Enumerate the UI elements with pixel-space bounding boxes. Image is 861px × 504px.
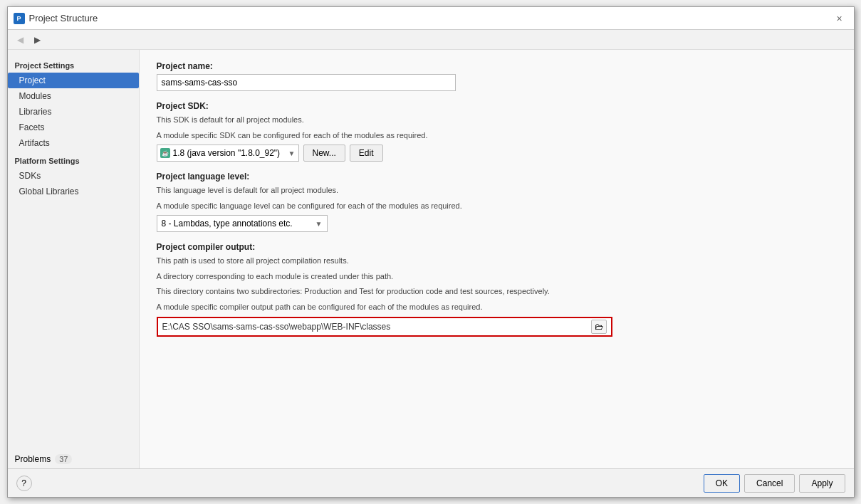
ok-button[interactable]: OK (704, 474, 740, 493)
sdk-new-button[interactable]: New... (303, 145, 345, 162)
sdk-desc-1: This SDK is default for all project modu… (157, 114, 837, 126)
compiler-desc-2: A directory corresponding to each module… (157, 271, 837, 283)
sidebar-item-libraries[interactable]: Libraries (8, 104, 139, 120)
help-button[interactable]: ? (16, 476, 32, 491)
main-content: Project name: Project SDK: This SDK is d… (140, 50, 854, 468)
compiler-output-box: E:\CAS SSO\sams-sams-cas-sso\webapp\WEB-… (157, 317, 612, 337)
project-name-label: Project name: (157, 61, 837, 71)
sidebar-item-global-libraries[interactable]: Global Libraries (8, 184, 139, 199)
lang-row: 8 - Lambdas, type annotations etc. ▼ (157, 215, 837, 232)
compiler-desc-3: This directory contains two subdirectori… (157, 285, 837, 298)
sdk-dropdown[interactable]: ☕ 1.8 (java version "1.8.0_92") ▼ (157, 145, 299, 162)
sidebar-item-artifacts[interactable]: Artifacts (8, 135, 139, 151)
sdk-chevron-icon: ▼ (288, 149, 296, 157)
lang-desc-1: This language level is default for all p… (157, 184, 837, 196)
project-name-input[interactable] (157, 74, 456, 91)
sdk-row: ☕ 1.8 (java version "1.8.0_92") ▼ New...… (157, 145, 837, 162)
compiler-desc-1: This path is used to store all project c… (157, 255, 837, 267)
app-icon: P (14, 13, 25, 24)
sidebar-item-project[interactable]: Project (8, 73, 139, 88)
compiler-output-row: Project compiler output: This path is us… (157, 242, 837, 337)
back-button[interactable]: ◀ (14, 33, 28, 47)
lang-chevron-icon: ▼ (315, 220, 323, 228)
footer: ? OK Cancel Apply (8, 468, 854, 497)
project-lang-row: Project language level: This language le… (157, 172, 837, 232)
problems-label: Problems (15, 454, 51, 464)
body: Project Settings Project Modules Librari… (8, 50, 854, 468)
apply-button[interactable]: Apply (799, 474, 845, 493)
problems-section[interactable]: Problems 37 (8, 450, 139, 468)
dialog-title: Project Structure (29, 13, 98, 23)
cancel-button[interactable]: Cancel (744, 474, 795, 493)
title-bar-left: P Project Structure (14, 13, 98, 24)
forward-button[interactable]: ▶ (31, 33, 45, 47)
close-icon[interactable]: × (831, 10, 848, 27)
sdk-value: 1.8 (java version "1.8.0_92") (173, 148, 281, 158)
lang-desc-2: A module specific language level can be … (157, 200, 837, 212)
sidebar: Project Settings Project Modules Librari… (8, 50, 140, 468)
project-settings-label: Project Settings (8, 56, 139, 73)
project-structure-dialog: P Project Structure × ◀ ▶ Project Settin… (7, 6, 855, 498)
sidebar-item-facets[interactable]: Facets (8, 120, 139, 135)
lang-dropdown[interactable]: 8 - Lambdas, type annotations etc. ▼ (157, 215, 328, 232)
folder-icon: 🗁 (595, 322, 603, 332)
project-name-row: Project name: (157, 61, 837, 91)
platform-settings-label: Platform Settings (8, 151, 139, 168)
title-bar: P Project Structure × (8, 7, 854, 30)
folder-browse-button[interactable]: 🗁 (591, 320, 607, 334)
compiler-desc-4: A module specific compiler output path c… (157, 301, 837, 313)
sdk-edit-button[interactable]: Edit (350, 145, 383, 162)
problems-badge: 37 (55, 454, 72, 464)
project-sdk-row: Project SDK: This SDK is default for all… (157, 101, 837, 162)
compiler-path-value: E:\CAS SSO\sams-sams-cas-sso\webapp\WEB-… (162, 322, 591, 332)
sdk-icon: ☕ (160, 148, 170, 158)
sidebar-item-modules[interactable]: Modules (8, 88, 139, 104)
toolbar: ◀ ▶ (8, 30, 854, 50)
sdk-desc-2: A module specific SDK can be configured … (157, 130, 837, 142)
compiler-output-label: Project compiler output: (157, 242, 837, 252)
sidebar-item-sdks[interactable]: SDKs (8, 168, 139, 184)
project-lang-label: Project language level: (157, 172, 837, 182)
lang-value: 8 - Lambdas, type annotations etc. (162, 219, 293, 229)
project-sdk-label: Project SDK: (157, 101, 837, 111)
